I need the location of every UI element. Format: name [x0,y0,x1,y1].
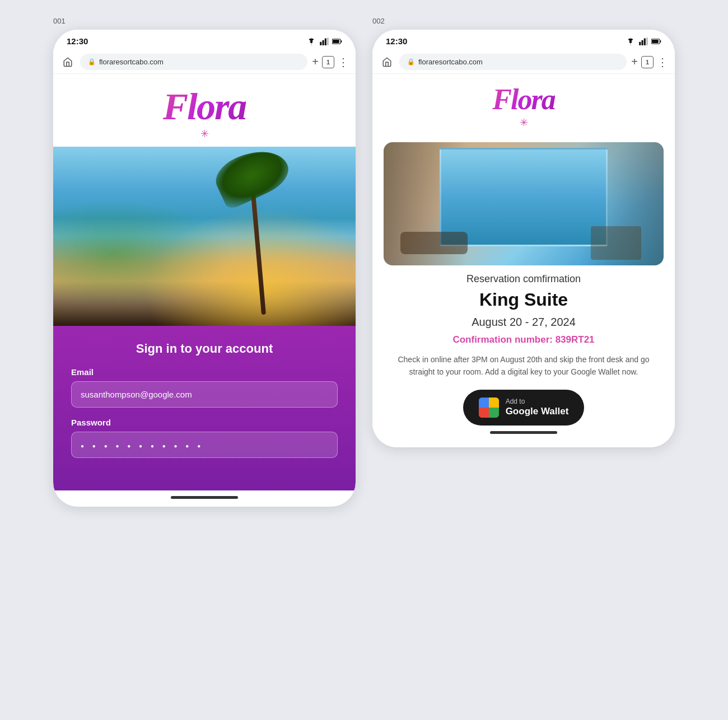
lock-icon-2: 🔒 [407,58,415,66]
reservation-label: Reservation comfirmation [386,273,661,285]
google-wallet-icon [479,398,499,418]
status-time-1: 12:30 [67,36,88,46]
add-tab-icon-1[interactable]: + [312,55,319,68]
status-icons-2 [626,38,661,45]
hero-palm [248,158,266,315]
wifi-icon [306,38,316,45]
menu-icon-2[interactable]: ⋮ [657,55,668,69]
battery-icon-2 [651,38,661,45]
svg-rect-5 [341,40,342,42]
wallet-icon-yellow [489,398,499,408]
url-bar-2[interactable]: 🔒 floraresortcabo.com [399,54,627,70]
browser-actions-1: + 1 ⋮ [312,55,349,69]
logo-area-1: Flora ✳ [53,74,356,147]
confirmation-number: Confirmation number: 839RT21 [386,334,661,345]
status-bar-2: 12:30 [372,30,675,50]
status-time-2: 12:30 [386,36,407,46]
phone2-content: Flora ✳ Reservation comfirmation King Su… [372,74,675,447]
email-label: Email [71,367,338,377]
svg-rect-10 [646,38,648,45]
svg-rect-6 [333,39,339,43]
room-image [384,142,664,265]
flora-logo-2: Flora [492,85,554,114]
signin-panel: Sign in to your account Email Password ●… [53,326,356,490]
svg-rect-8 [642,40,643,45]
url-bar-1[interactable]: 🔒 floraresortcabo.com [80,54,307,70]
home-indicator-2 [490,431,557,434]
tab-count-1[interactable]: 1 [322,56,334,68]
status-icons-1 [306,38,342,45]
furniture-shadow [400,232,468,254]
svg-rect-2 [325,38,326,45]
svg-rect-9 [644,38,646,45]
flora-asterisk-2: ✳ [520,116,528,129]
status-bar-1: 12:30 [53,30,356,50]
email-field[interactable] [71,381,338,408]
flora-asterisk-1: ✳ [200,128,209,140]
svg-rect-12 [660,40,661,42]
screen-number-1: 001 [53,17,66,25]
confirmation-area: Reservation comfirmation King Suite Augu… [372,273,675,426]
screen-number-2: 002 [372,17,385,25]
password-dots: ● ● ● ● ● ● ● ● ● ● ● [81,443,204,449]
google-wallet-button[interactable]: Add to Google Wallet [463,390,585,426]
signal-icon [319,38,329,45]
phone-1-wrapper: 001 12:30 [53,17,356,507]
svg-rect-7 [639,41,641,45]
hero-image-1 [53,147,356,326]
phone-2-wrapper: 002 12:30 [372,17,675,447]
browser-bar-1: 🔒 floraresortcabo.com + 1 ⋮ [53,50,356,74]
svg-rect-0 [320,41,321,45]
browser-actions-2: + 1 ⋮ [631,55,668,69]
menu-icon-1[interactable]: ⋮ [338,55,349,69]
svg-rect-13 [652,39,659,43]
wallet-name-label: Google Wallet [506,406,569,417]
signin-title: Sign in to your account [71,342,338,356]
battery-icon [332,38,342,45]
home-indicator-1 [171,496,238,499]
svg-rect-3 [327,38,329,45]
date-range: August 20 - 27, 2024 [386,316,661,329]
browser-bar-2: 🔒 floraresortcabo.com + 1 ⋮ [372,50,675,74]
logo-area-2: Flora ✳ [372,74,675,134]
password-label: Password [71,418,338,427]
wallet-add-to-label: Add to [506,398,525,405]
svg-rect-1 [323,40,324,45]
checkin-text: Check in online after 3PM on August 20th… [386,353,661,378]
url-text-1: floraresortcabo.com [99,58,164,66]
lock-icon-1: 🔒 [88,58,96,66]
tab-count-2[interactable]: 1 [641,56,654,68]
room-type: King Suite [386,289,661,310]
home-button-1[interactable] [60,54,76,70]
wallet-text-group: Add to Google Wallet [506,398,569,417]
url-text-2: floraresortcabo.com [418,58,483,66]
add-tab-icon-2[interactable]: + [631,55,638,68]
password-field[interactable]: ● ● ● ● ● ● ● ● ● ● ● [71,432,338,458]
flora-logo-1: Flora [163,87,246,125]
wifi-icon-2 [626,38,636,45]
phone-2: 12:30 [372,30,675,447]
signal-icon-2 [638,38,648,45]
phone-1: 12:30 [53,30,356,507]
wallet-icon-red [479,408,489,418]
phone1-content: Flora ✳ Sign in to your account Email Pa… [53,74,356,499]
home-button-2[interactable] [379,54,395,70]
bed-shadow [591,226,641,260]
